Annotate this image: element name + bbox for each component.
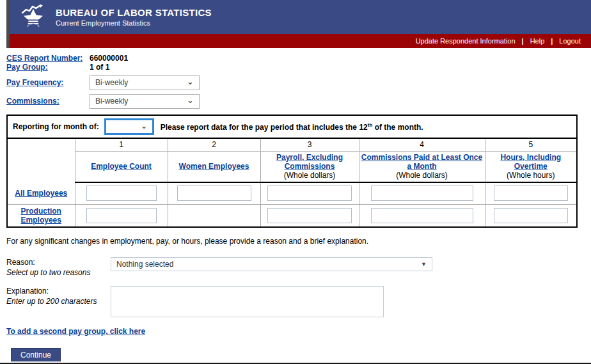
production-commissions-input[interactable] <box>371 208 473 223</box>
commissions-link[interactable]: Commissions: <box>6 97 59 106</box>
table-row-all-employees: All Employees <box>7 182 577 205</box>
report-table: Reporting for month of: ⌄ Please report … <box>6 115 578 228</box>
nav-separator: | <box>551 37 553 45</box>
hours-including-overtime-link[interactable]: Hours, Including Overtime <box>500 153 561 171</box>
payroll-excluding-commissions-link[interactable]: Payroll, Excluding Commissions <box>276 153 343 171</box>
employee-count-link[interactable]: Employee Count <box>91 162 152 171</box>
bls-star-logo <box>19 4 48 31</box>
column-unit-note: (Whole dollars) <box>262 171 358 180</box>
explanation-label: Explanation: <box>6 286 111 296</box>
row-header-spacer <box>7 138 75 182</box>
column-unit-note: (Whole dollars) <box>361 171 484 180</box>
explanation-hint: Enter up to 200 characters <box>6 296 111 306</box>
reason-label: Reason: <box>6 257 111 267</box>
continue-button[interactable]: Continue <box>11 348 61 361</box>
reason-hint: Select up to two reasons <box>6 267 111 278</box>
nav-separator: | <box>522 37 524 45</box>
pay-frequency-link[interactable]: Pay Frequency: <box>6 78 63 87</box>
production-employees-count-input[interactable] <box>86 208 157 223</box>
ces-report-number-value: 660000001 <box>90 54 128 63</box>
masthead: BUREAU OF LABOR STATISTICS Current Emplo… <box>6 0 591 48</box>
help-link[interactable]: Help <box>530 37 545 45</box>
empty-cell <box>168 205 260 227</box>
column-number: 1 <box>75 138 168 151</box>
changes-intro-text: For any significant changes in employmen… <box>6 237 581 246</box>
chevron-down-icon: ⌄ <box>187 77 194 86</box>
production-hours-input[interactable] <box>494 208 568 223</box>
update-respondent-link[interactable]: Update Respondent Information <box>416 37 516 45</box>
column-unit-note: (Whole hours) <box>487 171 576 180</box>
reporting-month-select[interactable]: ⌄ <box>104 118 154 135</box>
add-second-pay-group-link[interactable]: To add a second pay group, click here <box>6 327 145 336</box>
commissions-select[interactable]: Bi-weekly ⌄ <box>90 94 200 109</box>
chevron-down-icon: ⌄ <box>141 122 148 130</box>
app-subtitle: Current Employment Statistics <box>56 19 212 27</box>
production-employees-link[interactable]: Production Employees <box>21 207 61 225</box>
women-employees-link[interactable]: Women Employees <box>179 162 249 171</box>
all-payroll-input[interactable] <box>267 186 352 201</box>
all-hours-input[interactable] <box>494 186 568 201</box>
reason-label-block: Reason: Select up to two reasons <box>6 257 111 278</box>
dropdown-caret-icon: ▼ <box>421 261 427 267</box>
all-commissions-input[interactable] <box>371 186 473 201</box>
reporting-note: Please report data for the pay period th… <box>161 122 423 132</box>
pay-group-value: 1 of 1 <box>90 63 109 72</box>
all-employees-link[interactable]: All Employees <box>15 189 67 198</box>
production-payroll-input[interactable] <box>267 208 352 223</box>
all-women-employees-input[interactable] <box>177 186 251 201</box>
logout-link[interactable]: Logout <box>559 37 581 45</box>
pay-frequency-value: Bi-weekly <box>95 78 187 87</box>
chevron-down-icon: ⌄ <box>187 96 194 104</box>
commissions-value: Bi-weekly <box>95 97 187 106</box>
pay-frequency-select[interactable]: Bi-weekly ⌄ <box>90 75 200 90</box>
ces-report-number-link[interactable]: CES Report Number: <box>6 54 83 63</box>
column-number: 3 <box>260 138 359 151</box>
column-number: 5 <box>485 138 577 151</box>
reason-selected-value: Nothing selected <box>116 260 421 269</box>
pay-group-link[interactable]: Pay Group: <box>6 63 48 72</box>
reporting-month-label: Reporting for month of: <box>13 122 99 131</box>
header-bar: BUREAU OF LABOR STATISTICS Current Emplo… <box>10 0 591 34</box>
all-employees-count-input[interactable] <box>86 186 157 201</box>
page-content: CES Report Number: 660000001 Pay Group: … <box>0 48 591 364</box>
column-number: 2 <box>168 138 260 151</box>
app-title: BUREAU OF LABOR STATISTICS <box>56 7 212 18</box>
reason-select[interactable]: Nothing selected ▼ <box>111 257 432 271</box>
utility-nav: Update Respondent Information | Help | L… <box>10 34 591 48</box>
explanation-label-block: Explanation: Enter up to 200 characters <box>6 286 111 317</box>
commissions-paid-link[interactable]: Commissions Paid at Least Once a Month <box>361 153 482 171</box>
column-number: 4 <box>359 138 485 151</box>
explanation-textarea[interactable] <box>111 286 384 317</box>
table-row-production-employees: Production Employees <box>7 205 577 227</box>
